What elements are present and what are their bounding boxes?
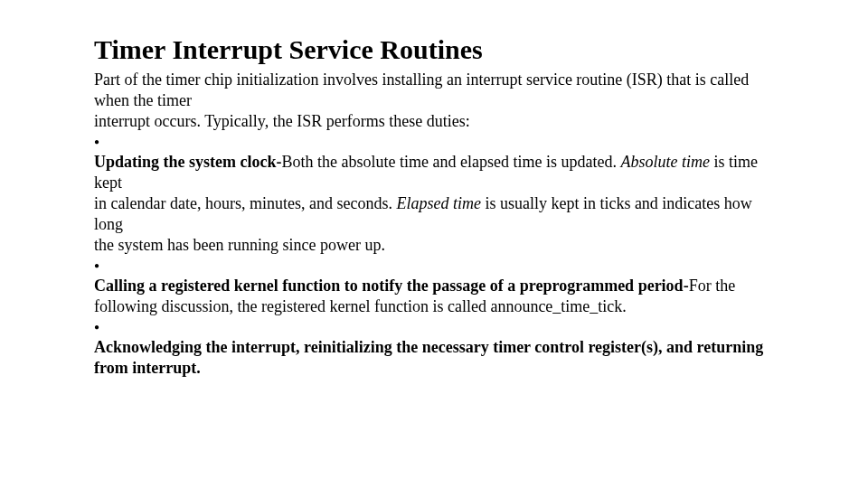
item-1-line-2a: in calendar date, hours, minutes, and se…	[94, 194, 396, 212]
body-content: Part of the timer chip initialization in…	[94, 70, 778, 379]
item-1-italic-1: Absolute time	[620, 153, 709, 171]
item-1-line-1: Updating the system clock-Both the absol…	[94, 152, 778, 193]
item-1-line-3: the system has been running since power …	[94, 235, 778, 256]
item-1-text-1: Both the absolute time and elapsed time …	[282, 153, 621, 171]
item-2: Calling a registered kernel function to …	[94, 276, 778, 317]
item-1-lead: Updating the system clock-	[94, 153, 282, 171]
bullet-1: ●	[94, 132, 778, 152]
item-1-line-2: in calendar date, hours, minutes, and se…	[94, 193, 778, 235]
item-3-line-1: Acknowledging the interrupt, reinitializ…	[94, 337, 778, 358]
item-1-italic-2: Elapsed time	[396, 194, 480, 212]
page-title: Timer Interrupt Service Routines	[94, 34, 778, 66]
item-3-line-2: from interrupt.	[94, 358, 778, 379]
bullet-2: ●	[94, 256, 778, 276]
item-2-lead: Calling a registered kernel function to …	[94, 277, 689, 295]
intro-line-2: interrupt occurs. Typically, the ISR per…	[94, 111, 778, 132]
intro-line-1: Part of the timer chip initialization in…	[94, 70, 778, 111]
bullet-3: ●	[94, 317, 778, 337]
